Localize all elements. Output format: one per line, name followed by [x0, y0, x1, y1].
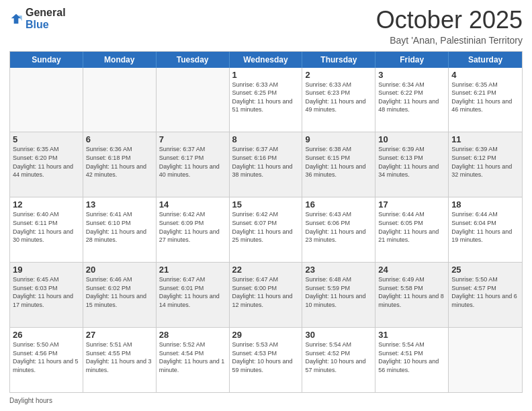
day-info: Sunrise: 6:41 AM Sunset: 6:10 PM Dayligh…: [86, 210, 153, 244]
day-number: 17: [378, 199, 445, 210]
day-info: Sunrise: 6:40 AM Sunset: 6:11 PM Dayligh…: [13, 210, 80, 244]
day-info: Sunrise: 6:37 AM Sunset: 6:16 PM Dayligh…: [232, 145, 300, 179]
calendar-cell: [10, 68, 83, 132]
calendar-cell: 27Sunrise: 5:51 AM Sunset: 4:55 PM Dayli…: [83, 328, 157, 392]
calendar-cell: 26Sunrise: 5:50 AM Sunset: 4:56 PM Dayli…: [10, 328, 83, 392]
day-info: Sunrise: 5:50 AM Sunset: 4:57 PM Dayligh…: [451, 275, 519, 309]
day-info: Sunrise: 6:39 AM Sunset: 6:12 PM Dayligh…: [451, 145, 519, 179]
day-info: Sunrise: 6:35 AM Sunset: 6:20 PM Dayligh…: [13, 145, 80, 179]
day-number: 24: [378, 265, 445, 275]
calendar-week-2: 5Sunrise: 6:35 AM Sunset: 6:20 PM Daylig…: [10, 132, 522, 197]
day-number: 6: [86, 134, 153, 144]
calendar-cell: 20Sunrise: 6:46 AM Sunset: 6:02 PM Dayli…: [83, 263, 157, 327]
day-number: 3: [378, 70, 445, 80]
day-number: 18: [451, 199, 519, 210]
day-number: 7: [159, 134, 226, 144]
day-number: 31: [378, 330, 445, 340]
day-info: Sunrise: 6:38 AM Sunset: 6:15 PM Dayligh…: [305, 145, 372, 179]
calendar-cell: 17Sunrise: 6:44 AM Sunset: 6:05 PM Dayli…: [375, 197, 449, 262]
calendar-cell: 4Sunrise: 6:35 AM Sunset: 6:21 PM Daylig…: [449, 68, 522, 132]
calendar-cell: 13Sunrise: 6:41 AM Sunset: 6:10 PM Dayli…: [83, 197, 157, 262]
month-title: October 2025: [376, 7, 523, 34]
day-number: 25: [451, 265, 519, 275]
day-number: 29: [232, 330, 300, 340]
calendar-cell: 21Sunrise: 6:47 AM Sunset: 6:01 PM Dayli…: [157, 263, 230, 327]
day-number: 22: [232, 265, 300, 275]
svg-marker-0: [11, 14, 21, 24]
calendar-week-4: 19Sunrise: 6:45 AM Sunset: 6:03 PM Dayli…: [10, 263, 522, 328]
day-info: Sunrise: 6:34 AM Sunset: 6:22 PM Dayligh…: [378, 81, 445, 114]
day-number: 15: [232, 199, 300, 210]
weekday-header-monday: Monday: [83, 52, 157, 68]
logo-text: General Blue: [26, 7, 66, 31]
calendar-cell: 8Sunrise: 6:37 AM Sunset: 6:16 PM Daylig…: [230, 132, 303, 197]
day-number: 13: [86, 199, 153, 210]
calendar-cell: 7Sunrise: 6:37 AM Sunset: 6:17 PM Daylig…: [157, 132, 230, 197]
day-info: Sunrise: 6:42 AM Sunset: 6:09 PM Dayligh…: [159, 210, 226, 244]
day-info: Sunrise: 5:53 AM Sunset: 4:53 PM Dayligh…: [232, 340, 300, 374]
day-number: 21: [159, 265, 226, 275]
weekday-header-tuesday: Tuesday: [157, 52, 230, 68]
weekday-header-friday: Friday: [375, 52, 449, 68]
calendar-cell: 3Sunrise: 6:34 AM Sunset: 6:22 PM Daylig…: [375, 68, 449, 132]
day-info: Sunrise: 6:33 AM Sunset: 6:23 PM Dayligh…: [305, 81, 372, 114]
calendar-cell: 15Sunrise: 6:42 AM Sunset: 6:07 PM Dayli…: [230, 197, 303, 262]
day-info: Sunrise: 5:51 AM Sunset: 4:55 PM Dayligh…: [86, 340, 153, 374]
day-info: Sunrise: 6:45 AM Sunset: 6:03 PM Dayligh…: [13, 275, 80, 309]
day-info: Sunrise: 6:33 AM Sunset: 6:25 PM Dayligh…: [232, 81, 300, 114]
calendar-cell: 24Sunrise: 6:49 AM Sunset: 5:58 PM Dayli…: [375, 263, 449, 327]
day-info: Sunrise: 6:46 AM Sunset: 6:02 PM Dayligh…: [86, 275, 153, 309]
location-title: Bayt 'Anan, Palestinian Territory: [376, 35, 523, 46]
calendar-cell: 6Sunrise: 6:36 AM Sunset: 6:18 PM Daylig…: [83, 132, 157, 197]
day-number: 23: [305, 265, 372, 275]
day-info: Sunrise: 5:50 AM Sunset: 4:56 PM Dayligh…: [13, 340, 80, 374]
calendar-cell: 12Sunrise: 6:40 AM Sunset: 6:11 PM Dayli…: [10, 197, 83, 262]
day-number: 2: [305, 70, 372, 80]
calendar-header: SundayMondayTuesdayWednesdayThursdayFrid…: [10, 52, 522, 68]
day-number: 14: [159, 199, 226, 210]
calendar-cell: 31Sunrise: 5:54 AM Sunset: 4:51 PM Dayli…: [375, 328, 449, 392]
calendar-cell: 19Sunrise: 6:45 AM Sunset: 6:03 PM Dayli…: [10, 263, 83, 327]
day-number: 26: [13, 330, 80, 340]
day-number: 20: [86, 265, 153, 275]
weekday-header-saturday: Saturday: [449, 52, 522, 68]
calendar-cell: 11Sunrise: 6:39 AM Sunset: 6:12 PM Dayli…: [449, 132, 522, 197]
logo-blue: Blue: [26, 19, 49, 30]
day-info: Sunrise: 5:54 AM Sunset: 4:52 PM Dayligh…: [305, 340, 372, 374]
day-info: Sunrise: 6:36 AM Sunset: 6:18 PM Dayligh…: [86, 145, 153, 179]
logo-general: General: [26, 7, 66, 18]
calendar-cell: 30Sunrise: 5:54 AM Sunset: 4:52 PM Dayli…: [302, 328, 375, 392]
calendar-cell: 29Sunrise: 5:53 AM Sunset: 4:53 PM Dayli…: [230, 328, 303, 392]
day-info: Sunrise: 6:44 AM Sunset: 6:04 PM Dayligh…: [451, 210, 519, 244]
header: General Blue October 2025 Bayt 'Anan, Pa…: [9, 7, 523, 46]
footer: Daylight hours: [9, 397, 523, 404]
day-number: 4: [451, 70, 519, 80]
calendar-cell: 16Sunrise: 6:43 AM Sunset: 6:06 PM Dayli…: [302, 197, 375, 262]
day-number: 5: [13, 134, 80, 144]
day-number: 12: [13, 199, 80, 210]
page: General Blue October 2025 Bayt 'Anan, Pa…: [0, 0, 532, 411]
day-info: Sunrise: 5:54 AM Sunset: 4:51 PM Dayligh…: [378, 340, 445, 374]
calendar-cell: 18Sunrise: 6:44 AM Sunset: 6:04 PM Dayli…: [449, 197, 522, 262]
calendar-cell: 23Sunrise: 6:48 AM Sunset: 5:59 PM Dayli…: [302, 263, 375, 327]
calendar-cell: 22Sunrise: 6:47 AM Sunset: 6:00 PM Dayli…: [230, 263, 303, 327]
day-number: 16: [305, 199, 372, 210]
calendar-cell: 10Sunrise: 6:39 AM Sunset: 6:13 PM Dayli…: [375, 132, 449, 197]
day-number: 9: [305, 134, 372, 144]
day-info: Sunrise: 6:44 AM Sunset: 6:05 PM Dayligh…: [378, 210, 445, 244]
day-number: 27: [86, 330, 153, 340]
day-number: 8: [232, 134, 300, 144]
calendar-cell: [157, 68, 230, 132]
day-info: Sunrise: 6:49 AM Sunset: 5:58 PM Dayligh…: [378, 275, 445, 309]
calendar-week-3: 12Sunrise: 6:40 AM Sunset: 6:11 PM Dayli…: [10, 197, 522, 263]
calendar-body: 1Sunrise: 6:33 AM Sunset: 6:25 PM Daylig…: [10, 68, 522, 392]
day-info: Sunrise: 6:42 AM Sunset: 6:07 PM Dayligh…: [232, 210, 300, 244]
day-info: Sunrise: 6:43 AM Sunset: 6:06 PM Dayligh…: [305, 210, 372, 244]
day-number: 28: [159, 330, 226, 340]
calendar-cell: [449, 328, 522, 392]
calendar-cell: [83, 68, 157, 132]
logo-icon: [9, 12, 23, 26]
day-number: 30: [305, 330, 372, 340]
day-info: Sunrise: 6:37 AM Sunset: 6:17 PM Dayligh…: [159, 145, 226, 179]
calendar-week-5: 26Sunrise: 5:50 AM Sunset: 4:56 PM Dayli…: [10, 328, 522, 392]
